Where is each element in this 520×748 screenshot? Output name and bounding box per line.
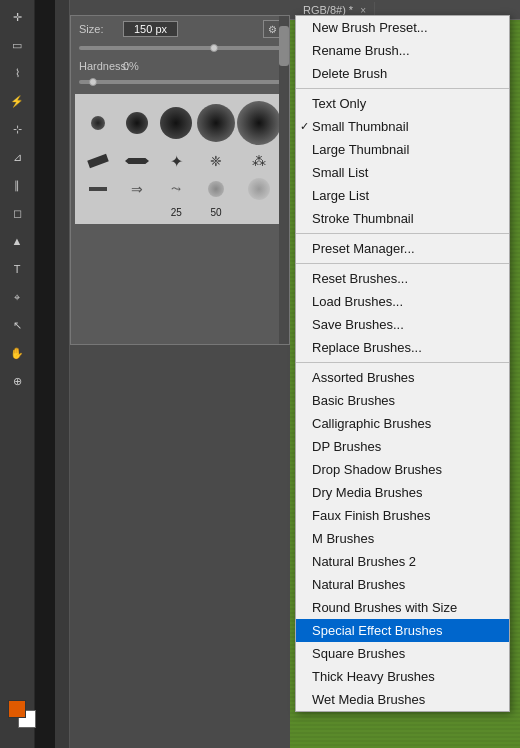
menu-m-brushes[interactable]: M Brushes bbox=[296, 527, 509, 550]
brush-preset-12[interactable]: ⇒ bbox=[118, 181, 155, 197]
tool-eraser[interactable]: ◻ bbox=[5, 201, 29, 225]
brush-size-row: Size: ⚙ bbox=[71, 16, 289, 42]
color-picker[interactable] bbox=[8, 700, 36, 728]
tool-move[interactable]: ✛ bbox=[5, 5, 29, 29]
scrollbar-thumb[interactable] bbox=[279, 26, 289, 66]
size-label: Size: bbox=[79, 23, 119, 35]
menu-large-thumbnail[interactable]: Large Thumbnail bbox=[296, 138, 509, 161]
ruler-vertical bbox=[55, 0, 70, 748]
black-column bbox=[35, 0, 55, 748]
menu-special-effect-brushes[interactable]: Special Effect Brushes bbox=[296, 619, 509, 642]
scrollbar[interactable] bbox=[279, 16, 289, 344]
separator-3 bbox=[296, 263, 509, 264]
hardness-slider-thumb[interactable] bbox=[89, 78, 97, 86]
brush-preset-4[interactable] bbox=[197, 104, 235, 142]
hardness-slider-container bbox=[71, 76, 289, 90]
hardness-label: Hardness: bbox=[79, 60, 119, 72]
separator-2 bbox=[296, 233, 509, 234]
hardness-value: 0% bbox=[123, 60, 139, 72]
brush-label-50: 50 bbox=[197, 207, 235, 218]
brush-preset-11[interactable] bbox=[79, 187, 116, 191]
tool-marquee[interactable]: ▭ bbox=[5, 33, 29, 57]
menu-natural-brushes[interactable]: Natural Brushes bbox=[296, 573, 509, 596]
tool-pen[interactable]: ⌖ bbox=[5, 285, 29, 309]
tab-close-button[interactable]: × bbox=[360, 5, 366, 16]
tool-hand[interactable]: ✋ bbox=[5, 341, 29, 365]
menu-dry-media-brushes[interactable]: Dry Media Brushes bbox=[296, 481, 509, 504]
menu-small-thumbnail[interactable]: Small Thumbnail bbox=[296, 115, 509, 138]
brush-preset-10[interactable]: ⁂ bbox=[237, 153, 281, 169]
menu-large-list[interactable]: Large List bbox=[296, 184, 509, 207]
menu-delete-brush[interactable]: Delete Brush bbox=[296, 62, 509, 85]
menu-dp-brushes[interactable]: DP Brushes bbox=[296, 435, 509, 458]
menu-rename-brush[interactable]: Rename Brush... bbox=[296, 39, 509, 62]
brush-preset-3[interactable] bbox=[158, 107, 195, 139]
menu-reset-brushes[interactable]: Reset Brushes... bbox=[296, 267, 509, 290]
brush-preset-7[interactable] bbox=[118, 158, 155, 164]
dropdown-menu: New Brush Preset... Rename Brush... Dele… bbox=[295, 15, 510, 712]
size-input[interactable] bbox=[123, 21, 178, 37]
tool-select-arrow[interactable]: ↖ bbox=[5, 313, 29, 337]
brush-preset-13[interactable]: ⤳ bbox=[158, 182, 195, 196]
brush-preset-9[interactable]: ❈ bbox=[197, 153, 235, 169]
menu-round-brushes-with-size[interactable]: Round Brushes with Size bbox=[296, 596, 509, 619]
brush-preset-1[interactable] bbox=[79, 116, 116, 130]
menu-text-only[interactable]: Text Only bbox=[296, 92, 509, 115]
menu-natural-brushes-2[interactable]: Natural Brushes 2 bbox=[296, 550, 509, 573]
brush-preset-2[interactable] bbox=[118, 112, 155, 134]
tool-text[interactable]: T bbox=[5, 257, 29, 281]
menu-square-brushes[interactable]: Square Brushes bbox=[296, 642, 509, 665]
menu-basic-brushes[interactable]: Basic Brushes bbox=[296, 389, 509, 412]
tools-panel: ✛ ▭ ⌇ ⚡ ⊹ ⊿ ∥ ◻ ▲ T ⌖ ↖ ✋ ⊕ bbox=[0, 0, 35, 748]
menu-load-brushes[interactable]: Load Brushes... bbox=[296, 290, 509, 313]
menu-save-brushes[interactable]: Save Brushes... bbox=[296, 313, 509, 336]
foreground-color-swatch[interactable] bbox=[8, 700, 26, 718]
menu-replace-brushes[interactable]: Replace Brushes... bbox=[296, 336, 509, 359]
menu-faux-finish-brushes[interactable]: Faux Finish Brushes bbox=[296, 504, 509, 527]
tool-lasso[interactable]: ⌇ bbox=[5, 61, 29, 85]
separator-4 bbox=[296, 362, 509, 363]
menu-small-list[interactable]: Small List bbox=[296, 161, 509, 184]
brush-preview-area: ✦ ❈ ⁂ ⇒ ⤳ 25 50 bbox=[75, 94, 285, 224]
size-slider-container bbox=[71, 42, 289, 56]
brush-preset-15[interactable] bbox=[237, 178, 281, 200]
tool-wand[interactable]: ⚡ bbox=[5, 89, 29, 113]
brush-panel: Size: ⚙ Hardness: 0% bbox=[70, 15, 290, 345]
brush-preset-14[interactable] bbox=[197, 181, 235, 197]
menu-thick-heavy-brushes[interactable]: Thick Heavy Brushes bbox=[296, 665, 509, 688]
menu-preset-manager[interactable]: Preset Manager... bbox=[296, 237, 509, 260]
tool-crop[interactable]: ⊹ bbox=[5, 117, 29, 141]
menu-stroke-thumbnail[interactable]: Stroke Thumbnail bbox=[296, 207, 509, 230]
tool-zoom[interactable]: ⊕ bbox=[5, 369, 29, 393]
menu-wet-media-brushes[interactable]: Wet Media Brushes bbox=[296, 688, 509, 711]
size-slider-thumb[interactable] bbox=[210, 44, 218, 52]
brush-label-25: 25 bbox=[158, 207, 195, 218]
brush-preset-8[interactable]: ✦ bbox=[158, 152, 195, 171]
tool-fill[interactable]: ▲ bbox=[5, 229, 29, 253]
tab-label: RGB/8#) * bbox=[303, 4, 353, 16]
menu-calligraphic-brushes[interactable]: Calligraphic Brushes bbox=[296, 412, 509, 435]
separator-1 bbox=[296, 88, 509, 89]
tool-eyedropper[interactable]: ⊿ bbox=[5, 145, 29, 169]
menu-drop-shadow-brushes[interactable]: Drop Shadow Brushes bbox=[296, 458, 509, 481]
size-slider-track[interactable] bbox=[79, 46, 281, 50]
brush-preset-6[interactable] bbox=[79, 157, 116, 165]
tool-brush[interactable]: ∥ bbox=[5, 173, 29, 197]
menu-new-brush-preset[interactable]: New Brush Preset... bbox=[296, 16, 509, 39]
brush-preset-5[interactable] bbox=[237, 101, 281, 145]
menu-assorted-brushes[interactable]: Assorted Brushes bbox=[296, 366, 509, 389]
hardness-row: Hardness: 0% bbox=[71, 56, 289, 76]
hardness-slider-track[interactable] bbox=[79, 80, 281, 84]
